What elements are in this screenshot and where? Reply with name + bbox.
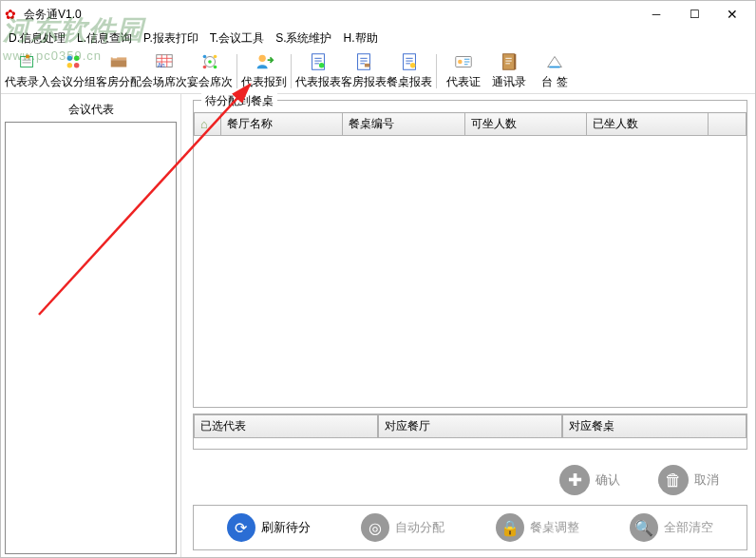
svg-rect-20 <box>365 64 370 67</box>
menu-help[interactable]: H.帮助 <box>344 30 378 47</box>
sel-col-table[interactable]: 对应餐桌 <box>562 414 747 438</box>
col-table-no[interactable]: 餐桌编号 <box>343 113 464 136</box>
toolbar: 代表录入 会议分组 客房分配 An会场席次 宴会席次 代表报到 代表报表 客房报… <box>1 48 755 94</box>
tool-banquet-seat[interactable]: 宴会席次 <box>187 50 233 92</box>
clear-all-button[interactable]: 🔍 全部清空 <box>630 513 713 542</box>
toolbar-separator <box>291 54 292 88</box>
svg-point-2 <box>74 56 80 62</box>
cancel-button[interactable]: 🗑 取消 <box>658 465 719 495</box>
window-title: 会务通V1.0 <box>24 7 637 23</box>
menu-tools[interactable]: T.会议工具 <box>210 30 264 47</box>
tool-desk-sign[interactable]: 台 签 <box>532 50 577 92</box>
close-button[interactable]: ✕ <box>713 1 751 28</box>
col-icon[interactable]: ⌂ <box>195 113 221 136</box>
target-icon: ◎ <box>361 513 389 542</box>
svg-point-11 <box>208 60 212 64</box>
tool-delegate-checkin[interactable]: 代表报到 <box>241 50 287 92</box>
pending-legend: 待分配到餐桌 <box>201 93 277 109</box>
tool-delegate-report[interactable]: 代表报表 <box>295 50 341 92</box>
titlebar: ✿ 会务通V1.0 ─ ☐ ✕ <box>1 1 755 28</box>
svg-point-4 <box>74 63 80 68</box>
tool-room-assign[interactable]: 客房分配 <box>96 50 142 92</box>
svg-point-3 <box>67 63 73 68</box>
left-panel: 会议代表 <box>1 94 181 557</box>
sel-col-delegate[interactable]: 已选代表 <box>194 414 378 438</box>
content-area: 会议代表 待分配到餐桌 ⌂ 餐厅名称 餐桌编号 可坐人数 已坐人数 <box>1 94 755 557</box>
pending-table-group: 待分配到餐桌 ⌂ 餐厅名称 餐桌编号 可坐人数 已坐人数 <box>193 100 747 408</box>
menu-data[interactable]: D.信息处理 <box>9 30 66 47</box>
sel-col-hall[interactable]: 对应餐厅 <box>378 414 562 438</box>
col-seated[interactable]: 已坐人数 <box>586 113 708 136</box>
toolbar-separator <box>436 54 437 88</box>
bottom-toolbar: ⟳ 刷新待分 ◎ 自动分配 🔒 餐桌调整 🔍 全部清空 <box>193 505 747 550</box>
svg-point-24 <box>458 60 463 65</box>
confirm-row: ✚ 确认 🗑 取消 <box>193 455 747 505</box>
svg-point-1 <box>67 56 73 62</box>
auto-assign-button[interactable]: ◎ 自动分配 <box>361 513 444 542</box>
svg-rect-19 <box>358 54 370 70</box>
adjust-button[interactable]: 🔒 餐桌调整 <box>496 513 579 542</box>
menu-print[interactable]: P.报表打印 <box>143 30 198 47</box>
svg-point-12 <box>203 55 207 59</box>
svg-point-14 <box>203 66 207 69</box>
menu-query[interactable]: L.信息查询 <box>77 30 132 47</box>
svg-point-22 <box>410 63 416 68</box>
svg-rect-25 <box>503 54 515 70</box>
col-extra[interactable] <box>709 113 747 136</box>
tool-table-report[interactable]: 餐桌报表 <box>387 50 432 92</box>
svg-point-15 <box>214 66 217 69</box>
tool-delegate-card[interactable]: 代表证 <box>441 50 486 92</box>
tool-meeting-group[interactable]: 会议分组 <box>50 50 96 92</box>
col-hall-name[interactable]: 餐厅名称 <box>221 113 343 136</box>
svg-point-18 <box>319 63 325 68</box>
svg-point-13 <box>214 55 217 59</box>
tool-delegate-entry[interactable]: 代表录入 <box>5 50 50 92</box>
plus-circle-icon: ✚ <box>559 465 590 495</box>
left-panel-title: 会议代表 <box>5 98 177 122</box>
refresh-icon: ⟳ <box>227 513 255 542</box>
right-panel: 待分配到餐桌 ⌂ 餐厅名称 餐桌编号 可坐人数 已坐人数 已选代表 对应餐厅 <box>181 94 755 557</box>
toolbar-separator <box>236 54 237 88</box>
house-icon: ⌂ <box>200 117 208 131</box>
svg-text:An: An <box>158 62 165 68</box>
tool-venue-seat[interactable]: An会场席次 <box>142 50 187 92</box>
svg-rect-26 <box>515 54 517 70</box>
col-capacity[interactable]: 可坐人数 <box>464 113 586 136</box>
app-icon: ✿ <box>5 7 20 22</box>
minimize-button[interactable]: ─ <box>637 1 675 28</box>
svg-rect-7 <box>113 56 118 59</box>
svg-point-16 <box>259 55 266 62</box>
delegate-list[interactable] <box>5 122 177 554</box>
search-icon: 🔍 <box>630 513 658 542</box>
pending-table-wrap[interactable]: ⌂ 餐厅名称 餐桌编号 可坐人数 已坐人数 <box>194 112 747 407</box>
tool-room-report[interactable]: 客房报表 <box>341 50 387 92</box>
menu-system[interactable]: S.系统维护 <box>275 30 331 47</box>
selected-group: 已选代表 对应餐厅 对应餐桌 <box>193 414 747 450</box>
menubar: D.信息处理 L.信息查询 P.报表打印 T.会议工具 S.系统维护 H.帮助 <box>1 28 755 48</box>
refresh-button[interactable]: ⟳ 刷新待分 <box>227 513 311 542</box>
tool-contacts[interactable]: 通讯录 <box>486 50 532 92</box>
trash-circle-icon: 🗑 <box>658 465 689 495</box>
window-controls: ─ ☐ ✕ <box>637 1 751 28</box>
svg-rect-5 <box>111 60 127 67</box>
pending-table: ⌂ 餐厅名称 餐桌编号 可坐人数 已坐人数 <box>194 112 747 136</box>
lock-icon: 🔒 <box>496 513 524 542</box>
confirm-button[interactable]: ✚ 确认 <box>559 465 620 495</box>
maximize-button[interactable]: ☐ <box>675 1 713 28</box>
